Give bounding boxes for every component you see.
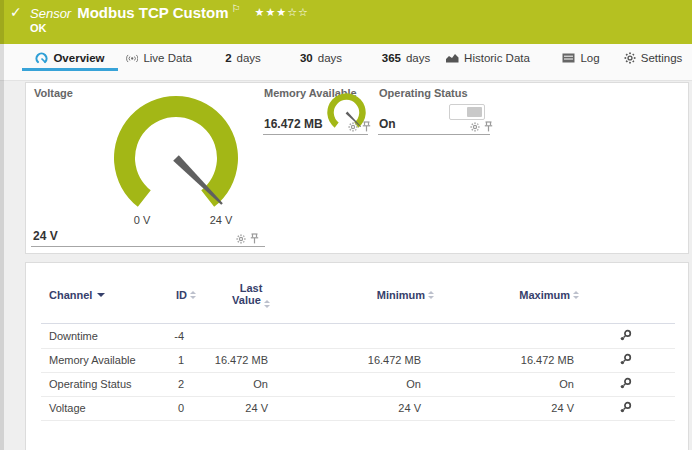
table-row-voltage[interactable]: Voltage 0 24 V 24 V 24 V xyxy=(41,396,675,421)
active-tab-underline xyxy=(22,68,118,71)
voltage-gauge[interactable] xyxy=(111,93,241,214)
table-row-memory-available[interactable]: Memory Available 1 16.472 MB 16.472 MB 1… xyxy=(41,348,675,373)
gauge-scale-min: 0 V xyxy=(122,214,162,226)
tab-number: 2 xyxy=(225,52,231,64)
cell-minimum: 16.472 MB xyxy=(326,348,421,372)
operating-status-value: On xyxy=(379,117,396,131)
tab-bar: Overview Live Data 2 days 30 days 365 da… xyxy=(0,44,692,81)
sort-icon xyxy=(428,291,434,299)
log-icon xyxy=(562,53,575,63)
switch-knob xyxy=(467,107,482,117)
tab-label: Live Data xyxy=(143,52,192,64)
tab-number: 30 xyxy=(300,52,313,64)
cell-channel: Voltage xyxy=(49,396,86,420)
table-row-operating-status[interactable]: Operating Status 2 On On On xyxy=(41,372,675,397)
memory-channel-actions[interactable] xyxy=(348,121,371,132)
pin-icon[interactable] xyxy=(484,121,493,132)
cell-channel: Memory Available xyxy=(49,348,136,372)
cell-id: -4 xyxy=(134,324,184,348)
gear-icon[interactable] xyxy=(348,122,358,132)
tab-label: Log xyxy=(580,52,599,64)
voltage-channel-actions[interactable] xyxy=(236,233,259,244)
tab-historic-data[interactable]: Historic Data xyxy=(444,44,532,72)
tab-settings[interactable]: Settings xyxy=(620,44,686,72)
channel-settings-icon[interactable] xyxy=(619,401,632,416)
gauge-title-operating-status: Operating Status xyxy=(379,87,468,99)
gear-icon xyxy=(624,52,636,64)
tab-2-days[interactable]: 2 days xyxy=(220,44,266,72)
gear-icon[interactable] xyxy=(236,234,246,244)
column-header-channel[interactable]: Channel xyxy=(49,289,105,301)
operating-status-switch-graphic[interactable] xyxy=(449,104,485,120)
tab-label: days xyxy=(237,52,261,64)
cell-last-value: On xyxy=(196,372,268,396)
column-label: Minimum xyxy=(377,289,425,301)
column-label: Channel xyxy=(49,289,92,301)
broadcast-icon xyxy=(126,53,138,64)
cell-maximum: On xyxy=(481,372,574,396)
cell-id: 2 xyxy=(134,372,184,396)
column-label: Last Value xyxy=(232,282,262,306)
divider xyxy=(378,134,490,135)
divider xyxy=(263,134,368,135)
cell-minimum: On xyxy=(326,372,421,396)
cell-last-value: 16.472 MB xyxy=(196,348,268,372)
chevron-down-icon xyxy=(97,293,105,297)
cell-maximum: 24 V xyxy=(481,396,574,420)
channel-settings-icon[interactable] xyxy=(619,377,632,392)
pin-icon[interactable] xyxy=(362,121,371,132)
sort-icon xyxy=(264,300,270,308)
tab-label: Settings xyxy=(641,52,683,64)
cell-maximum: 16.472 MB xyxy=(481,348,574,372)
channel-settings-icon[interactable] xyxy=(619,329,632,344)
tab-label: Historic Data xyxy=(464,52,530,64)
overview-gauges-panel: Voltage 0 V 24 V 24 V Memory Available xyxy=(25,82,689,254)
memory-value: 16.472 MB xyxy=(264,117,323,131)
tab-label: days xyxy=(406,52,430,64)
cell-channel: Operating Status xyxy=(49,372,132,396)
chart-icon xyxy=(446,53,459,63)
sort-icon xyxy=(190,291,196,299)
cell-id: 0 xyxy=(134,396,184,420)
gear-icon[interactable] xyxy=(470,122,480,132)
sort-icon xyxy=(573,291,579,299)
column-header-last-value[interactable]: Last Value xyxy=(225,282,277,308)
column-header-id[interactable]: ID xyxy=(136,289,196,301)
tab-30-days[interactable]: 30 days xyxy=(295,44,347,72)
tab-number: 365 xyxy=(382,52,401,64)
column-label: Maximum xyxy=(519,289,570,301)
cell-last-value: 24 V xyxy=(196,396,268,420)
voltage-value: 24 V xyxy=(33,229,58,243)
sensor-status-badge: OK xyxy=(30,22,47,34)
sensor-title: Modbus TCP Custom xyxy=(77,4,228,21)
tab-label: Overview xyxy=(53,52,104,64)
column-label: ID xyxy=(176,289,187,301)
tab-label: days xyxy=(318,52,342,64)
operating-channel-actions[interactable] xyxy=(470,121,493,132)
gauge-title-voltage: Voltage xyxy=(34,87,73,99)
table-row-downtime[interactable]: Downtime -4 xyxy=(41,324,675,349)
tab-live-data[interactable]: Live Data xyxy=(126,44,192,72)
gauge-scale-max: 24 V xyxy=(201,214,241,226)
sensor-kind-label: Sensor xyxy=(30,6,71,21)
sensor-header: ✓ SensorModbus TCP Custom⚐★★★☆☆ OK xyxy=(0,0,692,44)
flag-icon[interactable]: ⚐ xyxy=(232,3,241,14)
cell-minimum: 24 V xyxy=(326,396,421,420)
priority-stars[interactable]: ★★★☆☆ xyxy=(255,6,309,18)
channels-table-panel: Channel ID Last Value Minimum Maximum Do… xyxy=(25,262,689,450)
cell-id: 1 xyxy=(134,348,184,372)
tab-365-days[interactable]: 365 days xyxy=(375,44,437,72)
column-header-minimum[interactable]: Minimum xyxy=(326,289,434,301)
tab-log[interactable]: Log xyxy=(556,44,606,72)
divider xyxy=(31,246,265,247)
column-header-maximum[interactable]: Maximum xyxy=(471,289,579,301)
pin-icon[interactable] xyxy=(250,233,259,244)
status-ok-check-icon: ✓ xyxy=(10,4,22,20)
cell-channel: Downtime xyxy=(49,324,98,348)
channel-settings-icon[interactable] xyxy=(619,353,632,368)
gauge-icon xyxy=(35,52,48,65)
